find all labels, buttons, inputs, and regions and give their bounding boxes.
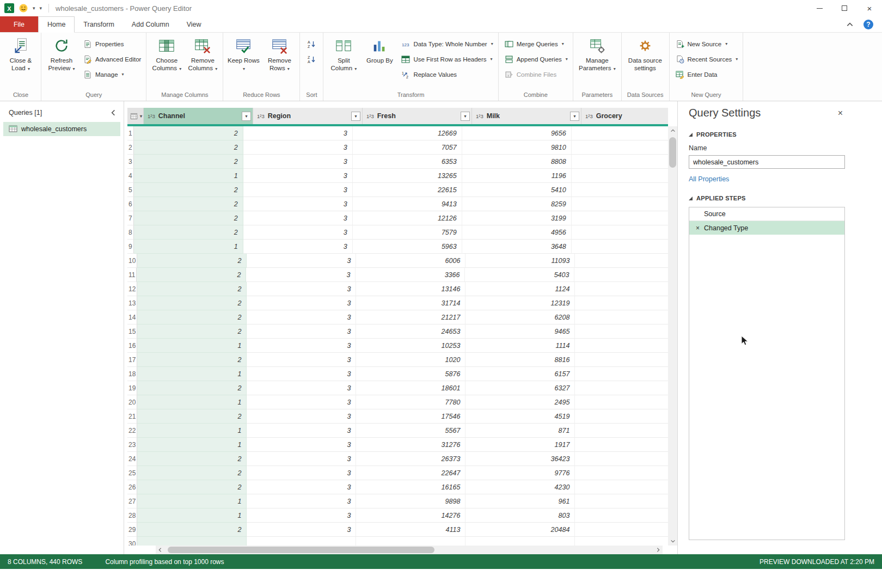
cell-region[interactable]: 3 <box>247 424 356 438</box>
cell-milk[interactable]: 11093 <box>465 254 575 268</box>
cell-grocery[interactable] <box>575 509 668 523</box>
cell-grocery[interactable] <box>572 169 668 183</box>
minimize-button[interactable] <box>807 0 832 16</box>
cell-fresh[interactable] <box>356 537 465 546</box>
cell-fresh[interactable]: 1020 <box>356 353 465 367</box>
cell-grocery[interactable] <box>572 211 668 225</box>
cell-region[interactable]: 3 <box>247 509 356 523</box>
column-header-grocery[interactable]: 1²3 Grocery ▼ <box>581 108 668 124</box>
tab-home[interactable]: Home <box>38 16 75 33</box>
close-and-load-button[interactable]: Close & Load ▾ <box>3 34 39 72</box>
query-list-item[interactable]: wholesale_customers <box>3 122 120 136</box>
cell-grocery[interactable] <box>575 367 668 381</box>
horizontal-scrollbar[interactable] <box>127 546 668 554</box>
row-number[interactable]: 29 <box>127 523 137 537</box>
cell-milk[interactable]: 871 <box>465 424 575 438</box>
group-by-button[interactable]: Group By <box>362 34 397 64</box>
cell-milk[interactable]: 4230 <box>465 480 575 494</box>
row-number[interactable]: 14 <box>127 310 137 324</box>
enter-data-button[interactable]: Enter Data <box>674 69 740 80</box>
row-number[interactable]: 23 <box>127 438 137 452</box>
maximize-button[interactable] <box>832 0 857 16</box>
all-properties-link[interactable]: All Properties <box>689 175 845 183</box>
row-number[interactable]: 27 <box>127 494 137 509</box>
smiley-icon[interactable] <box>19 3 28 13</box>
cell-grocery[interactable] <box>575 353 668 367</box>
cell-milk[interactable]: 4956 <box>462 225 572 240</box>
row-number[interactable]: 7 <box>127 211 134 225</box>
step-changed-type[interactable]: × Changed Type <box>689 221 844 235</box>
help-icon[interactable]: ? <box>863 20 873 29</box>
cell-region[interactable]: 3 <box>247 282 356 296</box>
cell-fresh[interactable]: 9413 <box>353 197 462 211</box>
cell-region[interactable]: 3 <box>247 452 356 466</box>
cell-grocery[interactable] <box>575 537 668 546</box>
choose-columns-button[interactable]: Choose Columns ▾ <box>149 34 185 72</box>
filter-button[interactable]: ▼ <box>242 112 251 121</box>
cell-milk[interactable]: 4519 <box>465 409 575 424</box>
row-number[interactable]: 26 <box>127 480 137 494</box>
collapse-section-icon[interactable] <box>689 197 693 200</box>
cell-milk[interactable]: 2495 <box>465 395 575 409</box>
cell-milk[interactable]: 8808 <box>462 155 572 169</box>
cell-milk[interactable]: 20484 <box>465 523 575 537</box>
combine-files-button[interactable]: Combine Files <box>503 69 569 80</box>
cell-grocery[interactable] <box>572 225 668 240</box>
cell-region[interactable]: 3 <box>247 381 356 395</box>
manage-button[interactable]: Manage ▾ <box>82 69 143 80</box>
tab-transform[interactable]: Transform <box>75 16 123 32</box>
cell-channel[interactable]: 2 <box>137 381 247 395</box>
cell-grocery[interactable] <box>575 452 668 466</box>
cell-fresh[interactable]: 10253 <box>356 339 465 353</box>
cell-region[interactable]: 3 <box>247 480 356 494</box>
cell-region[interactable]: 3 <box>243 240 353 254</box>
cell-region[interactable]: 3 <box>243 197 353 211</box>
cell-region[interactable]: 3 <box>247 254 356 268</box>
row-number[interactable]: 18 <box>127 367 137 381</box>
cell-grocery[interactable] <box>572 197 668 211</box>
row-number[interactable]: 6 <box>127 197 134 211</box>
cell-region[interactable]: 3 <box>247 409 356 424</box>
cell-grocery[interactable] <box>575 523 668 537</box>
query-name-input[interactable] <box>689 155 845 169</box>
cell-fresh[interactable]: 4113 <box>356 523 465 537</box>
cell-milk[interactable]: 9465 <box>465 324 575 339</box>
use-first-row-as-headers-button[interactable]: Use First Row as Headers ▾ <box>400 53 494 65</box>
row-number[interactable]: 28 <box>127 509 137 523</box>
row-number[interactable]: 9 <box>127 240 134 254</box>
close-window-button[interactable]: × <box>857 0 882 16</box>
cell-fresh[interactable]: 16165 <box>356 480 465 494</box>
cell-milk[interactable]: 8816 <box>465 353 575 367</box>
cell-region[interactable]: 3 <box>243 211 353 225</box>
row-number[interactable]: 8 <box>127 225 134 240</box>
cell-grocery[interactable] <box>575 339 668 353</box>
column-header-milk[interactable]: 1²3 Milk ▼ <box>472 108 581 124</box>
sort-descending-button[interactable]: ZA <box>305 54 317 65</box>
cell-fresh[interactable]: 13146 <box>356 282 465 296</box>
cell-grocery[interactable] <box>575 466 668 480</box>
advanced-editor-button[interactable]: Advanced Editor <box>82 53 143 65</box>
cell-milk[interactable]: 36423 <box>465 452 575 466</box>
cell-region[interactable]: 3 <box>247 438 356 452</box>
cell-milk[interactable]: 803 <box>465 509 575 523</box>
replace-values-button[interactable]: 12 Replace Values <box>400 69 494 80</box>
cell-grocery[interactable] <box>575 480 668 494</box>
close-panel-icon[interactable]: × <box>836 107 845 119</box>
row-number[interactable]: 22 <box>127 424 137 438</box>
row-number[interactable]: 21 <box>127 409 137 424</box>
cell-channel[interactable]: 2 <box>137 254 247 268</box>
cell-region[interactable]: 3 <box>247 339 356 353</box>
table-menu-button[interactable]: ▾ <box>127 108 144 124</box>
cell-fresh[interactable]: 24653 <box>356 324 465 339</box>
filter-button[interactable]: ▼ <box>570 112 579 121</box>
cell-channel[interactable]: 1 <box>137 424 247 438</box>
cell-milk[interactable]: 1917 <box>465 438 575 452</box>
split-column-button[interactable]: Split Column ▾ <box>326 34 362 72</box>
cell-channel[interactable]: 1 <box>137 509 247 523</box>
cell-milk[interactable]: 1124 <box>465 282 575 296</box>
cell-region[interactable] <box>247 537 356 546</box>
cell-milk[interactable]: 1196 <box>462 169 572 183</box>
horizontal-scroll-thumb[interactable] <box>168 547 434 553</box>
cell-fresh[interactable]: 5963 <box>353 240 462 254</box>
cell-grocery[interactable] <box>572 140 668 155</box>
